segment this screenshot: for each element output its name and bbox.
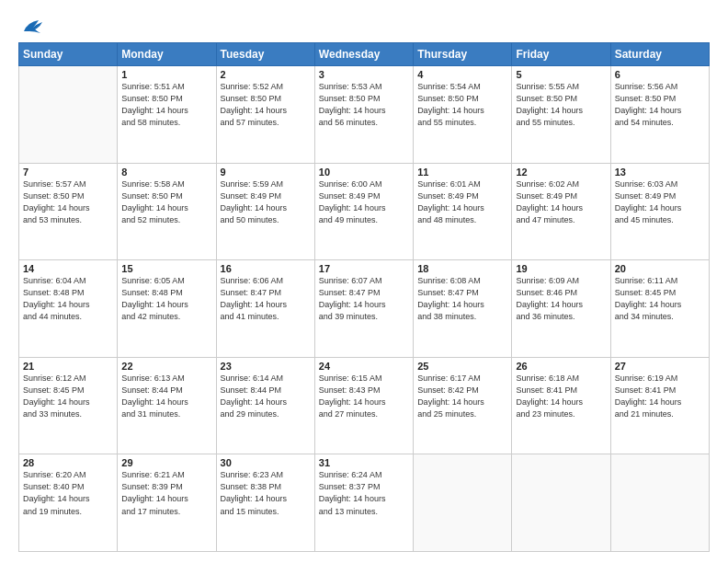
day-number: 13 xyxy=(615,167,705,178)
calendar-cell: 23Sunrise: 6:14 AM Sunset: 8:44 PM Dayli… xyxy=(216,357,314,454)
day-number: 2 xyxy=(221,69,311,80)
day-info: Sunrise: 6:02 AM Sunset: 8:49 PM Dayligh… xyxy=(516,178,606,226)
logo xyxy=(18,15,46,35)
calendar-cell xyxy=(19,66,118,164)
day-info: Sunrise: 5:59 AM Sunset: 8:49 PM Dayligh… xyxy=(221,178,311,226)
day-info: Sunrise: 6:09 AM Sunset: 8:46 PM Dayligh… xyxy=(516,275,606,323)
day-number: 25 xyxy=(417,361,507,372)
calendar-row: 21Sunrise: 6:12 AM Sunset: 8:45 PM Dayli… xyxy=(19,357,710,454)
day-number: 28 xyxy=(23,457,113,468)
calendar-cell: 2Sunrise: 5:52 AM Sunset: 8:50 PM Daylig… xyxy=(216,66,314,164)
day-number: 15 xyxy=(121,263,211,274)
day-number: 27 xyxy=(615,361,705,372)
calendar-cell: 5Sunrise: 5:55 AM Sunset: 8:50 PM Daylig… xyxy=(512,66,610,164)
day-number: 22 xyxy=(121,361,211,372)
day-info: Sunrise: 6:04 AM Sunset: 8:48 PM Dayligh… xyxy=(23,275,113,323)
day-number: 23 xyxy=(221,361,311,372)
calendar-row: 28Sunrise: 6:20 AM Sunset: 8:40 PM Dayli… xyxy=(19,454,710,552)
calendar-cell: 19Sunrise: 6:09 AM Sunset: 8:46 PM Dayli… xyxy=(512,260,610,358)
calendar-cell: 25Sunrise: 6:17 AM Sunset: 8:42 PM Dayli… xyxy=(414,357,512,454)
calendar-cell: 27Sunrise: 6:19 AM Sunset: 8:41 PM Dayli… xyxy=(610,357,709,454)
day-info: Sunrise: 6:17 AM Sunset: 8:42 PM Dayligh… xyxy=(417,373,507,420)
day-number: 1 xyxy=(121,69,211,80)
page: Sunday Monday Tuesday Wednesday Thursday… xyxy=(0,0,728,563)
calendar-cell: 7Sunrise: 5:57 AM Sunset: 8:50 PM Daylig… xyxy=(19,163,118,260)
day-number: 12 xyxy=(516,167,606,178)
day-info: Sunrise: 6:08 AM Sunset: 8:47 PM Dayligh… xyxy=(417,275,507,323)
calendar-row: 1Sunrise: 5:51 AM Sunset: 8:50 PM Daylig… xyxy=(19,66,710,164)
calendar-row: 7Sunrise: 5:57 AM Sunset: 8:50 PM Daylig… xyxy=(19,163,710,260)
day-info: Sunrise: 6:19 AM Sunset: 8:41 PM Dayligh… xyxy=(615,373,705,420)
day-number: 30 xyxy=(221,457,311,468)
day-number: 11 xyxy=(417,167,507,178)
calendar-cell: 15Sunrise: 6:05 AM Sunset: 8:48 PM Dayli… xyxy=(118,260,216,358)
day-info: Sunrise: 6:24 AM Sunset: 8:37 PM Dayligh… xyxy=(319,469,409,517)
calendar-cell: 22Sunrise: 6:13 AM Sunset: 8:44 PM Dayli… xyxy=(118,357,216,454)
calendar-cell: 1Sunrise: 5:51 AM Sunset: 8:50 PM Daylig… xyxy=(118,66,216,164)
calendar-cell xyxy=(512,454,610,552)
day-info: Sunrise: 6:23 AM Sunset: 8:38 PM Dayligh… xyxy=(221,469,311,517)
day-number: 18 xyxy=(417,263,507,274)
calendar-cell: 14Sunrise: 6:04 AM Sunset: 8:48 PM Dayli… xyxy=(19,260,118,358)
day-info: Sunrise: 6:05 AM Sunset: 8:48 PM Dayligh… xyxy=(121,275,211,323)
day-info: Sunrise: 6:00 AM Sunset: 8:49 PM Dayligh… xyxy=(319,178,409,226)
col-wednesday: Wednesday xyxy=(314,43,413,66)
day-number: 19 xyxy=(516,263,606,274)
day-number: 29 xyxy=(121,457,211,468)
day-info: Sunrise: 6:20 AM Sunset: 8:40 PM Dayligh… xyxy=(23,469,113,517)
day-info: Sunrise: 6:12 AM Sunset: 8:45 PM Dayligh… xyxy=(23,373,113,420)
calendar-cell: 24Sunrise: 6:15 AM Sunset: 8:43 PM Dayli… xyxy=(314,357,413,454)
day-info: Sunrise: 6:18 AM Sunset: 8:41 PM Dayligh… xyxy=(516,373,606,420)
calendar-cell: 3Sunrise: 5:53 AM Sunset: 8:50 PM Daylig… xyxy=(314,66,413,164)
day-info: Sunrise: 6:03 AM Sunset: 8:49 PM Dayligh… xyxy=(615,178,705,226)
calendar-cell: 31Sunrise: 6:24 AM Sunset: 8:37 PM Dayli… xyxy=(314,454,413,552)
day-info: Sunrise: 5:51 AM Sunset: 8:50 PM Dayligh… xyxy=(121,81,211,129)
calendar-cell: 11Sunrise: 6:01 AM Sunset: 8:49 PM Dayli… xyxy=(414,163,512,260)
day-number: 7 xyxy=(23,167,113,178)
day-number: 14 xyxy=(23,263,113,274)
day-number: 6 xyxy=(615,69,705,80)
calendar-cell: 18Sunrise: 6:08 AM Sunset: 8:47 PM Dayli… xyxy=(414,260,512,358)
col-saturday: Saturday xyxy=(610,43,709,66)
day-info: Sunrise: 6:13 AM Sunset: 8:44 PM Dayligh… xyxy=(121,373,211,420)
day-number: 21 xyxy=(23,361,113,372)
calendar-cell: 9Sunrise: 5:59 AM Sunset: 8:49 PM Daylig… xyxy=(216,163,314,260)
calendar-cell: 12Sunrise: 6:02 AM Sunset: 8:49 PM Dayli… xyxy=(512,163,610,260)
day-number: 31 xyxy=(319,457,409,468)
col-friday: Friday xyxy=(512,43,610,66)
day-info: Sunrise: 6:14 AM Sunset: 8:44 PM Dayligh… xyxy=(221,373,311,420)
day-info: Sunrise: 5:54 AM Sunset: 8:50 PM Dayligh… xyxy=(417,81,507,129)
day-info: Sunrise: 5:52 AM Sunset: 8:50 PM Dayligh… xyxy=(221,81,311,129)
header xyxy=(18,15,710,35)
day-number: 5 xyxy=(516,69,606,80)
day-number: 20 xyxy=(615,263,705,274)
logo-bird-icon xyxy=(20,15,46,35)
calendar-cell xyxy=(414,454,512,552)
day-info: Sunrise: 6:21 AM Sunset: 8:39 PM Dayligh… xyxy=(121,469,211,517)
calendar-cell: 16Sunrise: 6:06 AM Sunset: 8:47 PM Dayli… xyxy=(216,260,314,358)
day-info: Sunrise: 6:11 AM Sunset: 8:45 PM Dayligh… xyxy=(615,275,705,323)
day-number: 10 xyxy=(319,167,409,178)
calendar-cell: 8Sunrise: 5:58 AM Sunset: 8:50 PM Daylig… xyxy=(118,163,216,260)
calendar-row: 14Sunrise: 6:04 AM Sunset: 8:48 PM Dayli… xyxy=(19,260,710,358)
calendar-cell: 21Sunrise: 6:12 AM Sunset: 8:45 PM Dayli… xyxy=(19,357,118,454)
day-info: Sunrise: 5:53 AM Sunset: 8:50 PM Dayligh… xyxy=(319,81,409,129)
calendar-cell: 6Sunrise: 5:56 AM Sunset: 8:50 PM Daylig… xyxy=(610,66,709,164)
calendar-cell: 20Sunrise: 6:11 AM Sunset: 8:45 PM Dayli… xyxy=(610,260,709,358)
day-info: Sunrise: 6:01 AM Sunset: 8:49 PM Dayligh… xyxy=(417,178,507,226)
day-info: Sunrise: 6:07 AM Sunset: 8:47 PM Dayligh… xyxy=(319,275,409,323)
day-number: 3 xyxy=(319,69,409,80)
calendar-cell: 30Sunrise: 6:23 AM Sunset: 8:38 PM Dayli… xyxy=(216,454,314,552)
col-thursday: Thursday xyxy=(414,43,512,66)
calendar-cell: 26Sunrise: 6:18 AM Sunset: 8:41 PM Dayli… xyxy=(512,357,610,454)
calendar-cell: 17Sunrise: 6:07 AM Sunset: 8:47 PM Dayli… xyxy=(314,260,413,358)
day-number: 16 xyxy=(221,263,311,274)
col-tuesday: Tuesday xyxy=(216,43,314,66)
calendar-cell: 4Sunrise: 5:54 AM Sunset: 8:50 PM Daylig… xyxy=(414,66,512,164)
calendar-cell: 13Sunrise: 6:03 AM Sunset: 8:49 PM Dayli… xyxy=(610,163,709,260)
day-info: Sunrise: 5:58 AM Sunset: 8:50 PM Dayligh… xyxy=(121,178,211,226)
day-info: Sunrise: 5:55 AM Sunset: 8:50 PM Dayligh… xyxy=(516,81,606,129)
col-monday: Monday xyxy=(118,43,216,66)
day-info: Sunrise: 5:56 AM Sunset: 8:50 PM Dayligh… xyxy=(615,81,705,129)
calendar-cell: 10Sunrise: 6:00 AM Sunset: 8:49 PM Dayli… xyxy=(314,163,413,260)
